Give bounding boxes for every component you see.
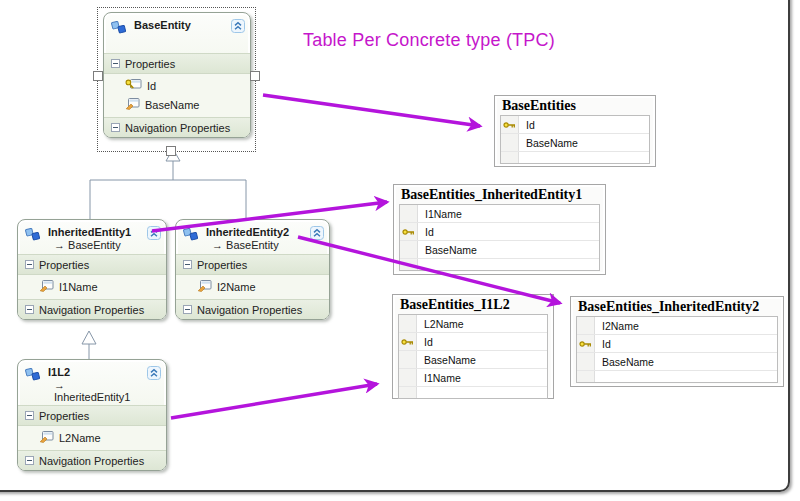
table-BaseEntities_InheritedEntity1[interactable]: BaseEntities_InheritedEntity1I1NameIdBas… — [393, 184, 606, 275]
table-title: BaseEntities — [495, 96, 655, 115]
blank-icon — [400, 205, 418, 222]
property-Id[interactable]: Id — [104, 76, 250, 95]
blank-icon — [399, 369, 417, 386]
navigation-section-header[interactable]: Navigation Properties — [18, 299, 166, 319]
column-BaseName[interactable]: BaseName — [501, 134, 649, 152]
entity-icon — [111, 20, 128, 37]
section-label: Navigation Properties — [39, 455, 144, 467]
column-name: I1Name — [417, 372, 461, 384]
column-name: Id — [417, 336, 433, 348]
property-I2Name[interactable]: I2Name — [176, 277, 329, 296]
arrow-baseentity-to-baseentities — [263, 95, 480, 126]
minus-expander-icon[interactable] — [25, 304, 34, 316]
blank-icon — [501, 134, 519, 151]
resize-handle[interactable] — [166, 146, 176, 156]
key-icon — [577, 335, 595, 352]
column-Id[interactable]: Id — [400, 223, 599, 241]
minus-expander-icon[interactable] — [111, 58, 120, 70]
blank-icon — [577, 353, 595, 370]
table-BaseEntities_I1L2[interactable]: BaseEntities_I1L2L2NameIdBaseNameI1Name — [392, 294, 554, 399]
entity-base-type: → BaseEntity — [48, 239, 144, 251]
column-BaseName[interactable]: BaseName — [577, 353, 777, 371]
entity-InheritedEntity2[interactable]: InheritedEntity2→ BaseEntityPropertiesI2… — [175, 219, 330, 320]
entity-header[interactable]: InheritedEntity2→ BaseEntity — [176, 220, 329, 254]
empty-row — [399, 387, 547, 398]
entity-icon — [25, 227, 42, 244]
property-list: I2Name — [176, 275, 329, 299]
table-BaseEntities_InheritedEntity2[interactable]: BaseEntities_InheritedEntity2I2NameIdBas… — [570, 296, 784, 387]
column-I1Name[interactable]: I1Name — [400, 205, 599, 223]
chevron-double-up-icon[interactable] — [231, 19, 245, 35]
entity-header[interactable]: I1L2→ InheritedEntity1 — [18, 360, 166, 405]
column-name: I2Name — [595, 320, 639, 332]
property-BaseName[interactable]: BaseName — [104, 95, 250, 114]
entity-I1L2[interactable]: I1L2→ InheritedEntity1PropertiesL2NameNa… — [17, 359, 167, 471]
key-property-icon — [125, 78, 142, 93]
key-icon — [501, 116, 519, 133]
empty-row — [400, 259, 599, 270]
inherits-arrow-icon: → — [212, 239, 223, 251]
entity-header[interactable]: BaseEntity — [104, 13, 250, 53]
property-I1Name[interactable]: I1Name — [18, 277, 166, 296]
property-name: I1Name — [59, 281, 98, 293]
key-icon — [399, 333, 417, 350]
resize-handle[interactable] — [250, 71, 260, 81]
minus-expander-icon[interactable] — [183, 259, 192, 271]
property-icon — [125, 97, 140, 112]
minus-expander-icon[interactable] — [25, 259, 34, 271]
column-name: BaseName — [417, 354, 476, 366]
chevron-double-up-icon[interactable] — [147, 226, 161, 242]
navigation-section-header[interactable]: Navigation Properties — [18, 450, 166, 470]
entity-header[interactable]: InheritedEntity1→ BaseEntity — [18, 220, 166, 254]
column-I1Name[interactable]: I1Name — [399, 369, 547, 387]
property-name: BaseName — [145, 99, 199, 111]
entity-InheritedEntity1[interactable]: InheritedEntity1→ BaseEntityPropertiesI1… — [17, 219, 167, 320]
minus-expander-icon[interactable] — [111, 122, 120, 134]
column-name: BaseName — [519, 137, 578, 149]
chevron-double-up-icon[interactable] — [147, 366, 161, 382]
section-label: Navigation Properties — [197, 304, 302, 316]
table-title: BaseEntities_InheritedEntity2 — [571, 297, 783, 316]
column-BaseName[interactable]: BaseName — [399, 351, 547, 369]
property-name: I2Name — [217, 281, 256, 293]
navigation-section-header[interactable]: Navigation Properties — [104, 117, 250, 137]
entity-icon — [25, 367, 42, 384]
column-BaseName[interactable]: BaseName — [400, 241, 599, 259]
entity-base-type: → InheritedEntity1 — [48, 379, 144, 403]
column-I2Name[interactable]: I2Name — [577, 317, 777, 335]
property-list: IdBaseName — [104, 74, 250, 117]
arrow-i1l2-to-table — [171, 384, 377, 418]
property-L2Name[interactable]: L2Name — [18, 428, 166, 447]
column-Id[interactable]: Id — [399, 333, 547, 351]
property-list: L2Name — [18, 426, 166, 450]
entity-title: BaseEntity — [134, 19, 228, 31]
minus-expander-icon[interactable] — [183, 304, 192, 316]
column-L2Name[interactable]: L2Name — [399, 315, 547, 333]
column-Id[interactable]: Id — [577, 335, 777, 353]
entity-BaseEntity[interactable]: BaseEntityPropertiesIdBaseNameNavigation… — [103, 12, 251, 138]
property-name: L2Name — [59, 432, 101, 444]
table-grid: L2NameIdBaseNameI1Name — [398, 314, 548, 399]
navigation-section-header[interactable]: Navigation Properties — [176, 299, 329, 319]
entity-title: InheritedEntity1 — [48, 226, 144, 238]
properties-section-header[interactable]: Properties — [176, 254, 329, 275]
chevron-double-up-icon[interactable] — [310, 226, 324, 242]
properties-section-header[interactable]: Properties — [18, 254, 166, 275]
blank-icon — [577, 317, 595, 334]
minus-expander-icon[interactable] — [25, 455, 34, 467]
properties-section-header[interactable]: Properties — [18, 405, 166, 426]
empty-row — [577, 371, 777, 382]
section-label: Properties — [125, 58, 175, 70]
section-label: Properties — [197, 259, 247, 271]
inheritance-triangle-icon — [166, 149, 180, 161]
table-BaseEntities[interactable]: BaseEntitiesIdBaseName — [494, 95, 656, 167]
blank-icon — [400, 241, 418, 258]
minus-expander-icon[interactable] — [25, 410, 34, 422]
entity-title: InheritedEntity2 — [206, 226, 307, 238]
resize-handle[interactable] — [93, 71, 103, 81]
inherits-arrow-icon: → — [54, 239, 65, 251]
column-Id[interactable]: Id — [501, 116, 649, 134]
entity-base-type: → BaseEntity — [206, 239, 307, 251]
properties-section-header[interactable]: Properties — [104, 53, 250, 74]
diagram-canvas: Table Per Concrete type (TPC) BaseEntity… — [0, 0, 800, 501]
